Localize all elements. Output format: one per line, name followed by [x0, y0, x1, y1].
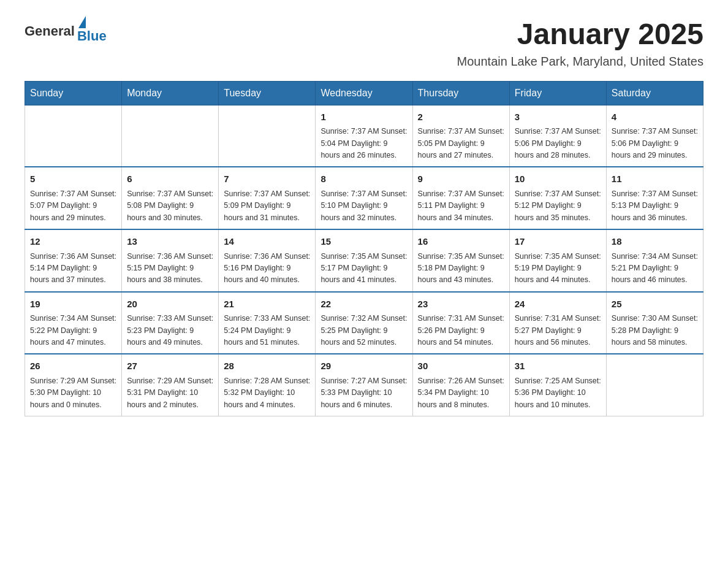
logo: General Blue [25, 18, 107, 44]
day-info: Sunrise: 7:37 AM Sunset: 5:12 PM Dayligh… [515, 188, 601, 224]
day-number: 27 [127, 359, 213, 373]
calendar-cell: 12Sunrise: 7:36 AM Sunset: 5:14 PM Dayli… [25, 229, 122, 292]
day-info: Sunrise: 7:37 AM Sunset: 5:06 PM Dayligh… [612, 126, 698, 161]
calendar-cell: 1Sunrise: 7:37 AM Sunset: 5:04 PM Daylig… [316, 105, 412, 167]
day-info: Sunrise: 7:37 AM Sunset: 5:05 PM Dayligh… [418, 126, 504, 161]
calendar-cell [25, 105, 122, 167]
day-info: Sunrise: 7:34 AM Sunset: 5:22 PM Dayligh… [30, 313, 116, 348]
day-number: 21 [224, 297, 310, 312]
calendar-cell: 18Sunrise: 7:34 AM Sunset: 5:21 PM Dayli… [606, 229, 703, 292]
calendar-week-5: 26Sunrise: 7:29 AM Sunset: 5:30 PM Dayli… [25, 354, 703, 416]
day-number: 19 [30, 297, 116, 312]
day-number: 1 [320, 110, 407, 124]
day-info: Sunrise: 7:29 AM Sunset: 5:31 PM Dayligh… [127, 375, 213, 411]
calendar-cell: 11Sunrise: 7:37 AM Sunset: 5:13 PM Dayli… [606, 167, 703, 229]
day-number: 26 [30, 359, 116, 373]
day-number: 15 [320, 235, 407, 249]
calendar-week-4: 19Sunrise: 7:34 AM Sunset: 5:22 PM Dayli… [25, 292, 703, 354]
day-number: 5 [30, 172, 116, 186]
calendar-cell: 30Sunrise: 7:26 AM Sunset: 5:34 PM Dayli… [412, 354, 509, 416]
calendar-cell: 7Sunrise: 7:37 AM Sunset: 5:09 PM Daylig… [219, 167, 316, 229]
calendar-cell: 21Sunrise: 7:33 AM Sunset: 5:24 PM Dayli… [219, 292, 316, 354]
day-info: Sunrise: 7:26 AM Sunset: 5:34 PM Dayligh… [418, 375, 504, 411]
logo-general-text: General [25, 23, 75, 39]
calendar-header-friday: Friday [509, 81, 606, 105]
day-number: 13 [127, 235, 213, 249]
calendar-cell: 16Sunrise: 7:35 AM Sunset: 5:18 PM Dayli… [412, 229, 509, 292]
calendar-cell: 19Sunrise: 7:34 AM Sunset: 5:22 PM Dayli… [25, 292, 122, 354]
day-info: Sunrise: 7:31 AM Sunset: 5:26 PM Dayligh… [418, 313, 504, 348]
day-info: Sunrise: 7:31 AM Sunset: 5:27 PM Dayligh… [515, 313, 601, 348]
day-number: 9 [418, 172, 504, 186]
day-info: Sunrise: 7:37 AM Sunset: 5:08 PM Dayligh… [127, 188, 213, 224]
calendar-week-1: 1Sunrise: 7:37 AM Sunset: 5:04 PM Daylig… [25, 105, 703, 167]
day-info: Sunrise: 7:37 AM Sunset: 5:13 PM Dayligh… [612, 188, 698, 224]
day-info: Sunrise: 7:33 AM Sunset: 5:23 PM Dayligh… [127, 313, 213, 348]
day-info: Sunrise: 7:29 AM Sunset: 5:30 PM Dayligh… [30, 375, 116, 411]
day-info: Sunrise: 7:30 AM Sunset: 5:28 PM Dayligh… [612, 313, 698, 348]
calendar-cell: 3Sunrise: 7:37 AM Sunset: 5:06 PM Daylig… [509, 105, 606, 167]
calendar-week-3: 12Sunrise: 7:36 AM Sunset: 5:14 PM Dayli… [25, 229, 703, 292]
calendar-header-saturday: Saturday [606, 81, 703, 105]
day-number: 8 [320, 172, 407, 186]
calendar-cell [122, 105, 219, 167]
calendar-cell: 27Sunrise: 7:29 AM Sunset: 5:31 PM Dayli… [122, 354, 219, 416]
calendar-cell: 9Sunrise: 7:37 AM Sunset: 5:11 PM Daylig… [412, 167, 509, 229]
calendar-cell: 31Sunrise: 7:25 AM Sunset: 5:36 PM Dayli… [509, 354, 606, 416]
calendar-cell: 5Sunrise: 7:37 AM Sunset: 5:07 PM Daylig… [25, 167, 122, 229]
day-number: 3 [515, 110, 601, 124]
calendar-cell: 14Sunrise: 7:36 AM Sunset: 5:16 PM Dayli… [219, 229, 316, 292]
calendar-header-sunday: Sunday [25, 81, 122, 105]
calendar-cell: 23Sunrise: 7:31 AM Sunset: 5:26 PM Dayli… [412, 292, 509, 354]
day-info: Sunrise: 7:25 AM Sunset: 5:36 PM Dayligh… [515, 375, 601, 411]
calendar-cell: 15Sunrise: 7:35 AM Sunset: 5:17 PM Dayli… [316, 229, 412, 292]
day-number: 30 [418, 359, 504, 373]
day-number: 14 [224, 235, 310, 249]
calendar-cell: 28Sunrise: 7:28 AM Sunset: 5:32 PM Dayli… [219, 354, 316, 416]
day-info: Sunrise: 7:36 AM Sunset: 5:15 PM Dayligh… [127, 251, 213, 286]
page-title: January 2025 [457, 18, 703, 51]
calendar-cell: 25Sunrise: 7:30 AM Sunset: 5:28 PM Dayli… [606, 292, 703, 354]
calendar-header-row: SundayMondayTuesdayWednesdayThursdayFrid… [25, 81, 703, 105]
day-number: 23 [418, 297, 504, 312]
day-number: 28 [224, 359, 310, 373]
calendar-cell: 20Sunrise: 7:33 AM Sunset: 5:23 PM Dayli… [122, 292, 219, 354]
day-info: Sunrise: 7:37 AM Sunset: 5:09 PM Dayligh… [224, 188, 310, 224]
calendar-cell: 2Sunrise: 7:37 AM Sunset: 5:05 PM Daylig… [412, 105, 509, 167]
day-number: 6 [127, 172, 213, 186]
day-info: Sunrise: 7:37 AM Sunset: 5:07 PM Dayligh… [30, 188, 116, 224]
header: General Blue January 2025 Mountain Lake … [25, 18, 703, 69]
day-number: 31 [515, 359, 601, 373]
day-info: Sunrise: 7:34 AM Sunset: 5:21 PM Dayligh… [612, 251, 698, 286]
day-number: 24 [515, 297, 601, 312]
day-number: 18 [612, 235, 698, 249]
day-number: 20 [127, 297, 213, 312]
day-info: Sunrise: 7:35 AM Sunset: 5:18 PM Dayligh… [418, 251, 504, 286]
day-number: 12 [30, 235, 116, 249]
day-number: 17 [515, 235, 601, 249]
title-area: January 2025 Mountain Lake Park, Marylan… [457, 18, 703, 69]
day-info: Sunrise: 7:35 AM Sunset: 5:19 PM Dayligh… [515, 251, 601, 286]
calendar-cell: 29Sunrise: 7:27 AM Sunset: 5:33 PM Dayli… [316, 354, 412, 416]
day-number: 2 [418, 110, 504, 124]
calendar-cell: 22Sunrise: 7:32 AM Sunset: 5:25 PM Dayli… [316, 292, 412, 354]
day-number: 11 [612, 172, 698, 186]
calendar-week-2: 5Sunrise: 7:37 AM Sunset: 5:07 PM Daylig… [25, 167, 703, 229]
day-number: 16 [418, 235, 504, 249]
calendar-cell [219, 105, 316, 167]
calendar-cell [606, 354, 703, 416]
page-subtitle: Mountain Lake Park, Maryland, United Sta… [457, 55, 703, 69]
calendar-cell: 4Sunrise: 7:37 AM Sunset: 5:06 PM Daylig… [606, 105, 703, 167]
logo-blue-text: Blue [77, 28, 107, 44]
calendar-cell: 10Sunrise: 7:37 AM Sunset: 5:12 PM Dayli… [509, 167, 606, 229]
calendar-header-tuesday: Tuesday [219, 81, 316, 105]
calendar-cell: 8Sunrise: 7:37 AM Sunset: 5:10 PM Daylig… [316, 167, 412, 229]
day-info: Sunrise: 7:28 AM Sunset: 5:32 PM Dayligh… [224, 375, 310, 411]
logo-triangle-icon [78, 16, 86, 28]
day-info: Sunrise: 7:33 AM Sunset: 5:24 PM Dayligh… [224, 313, 310, 348]
day-info: Sunrise: 7:35 AM Sunset: 5:17 PM Dayligh… [320, 251, 407, 286]
calendar-cell: 26Sunrise: 7:29 AM Sunset: 5:30 PM Dayli… [25, 354, 122, 416]
calendar-cell: 17Sunrise: 7:35 AM Sunset: 5:19 PM Dayli… [509, 229, 606, 292]
calendar-header-wednesday: Wednesday [316, 81, 412, 105]
day-info: Sunrise: 7:36 AM Sunset: 5:16 PM Dayligh… [224, 251, 310, 286]
